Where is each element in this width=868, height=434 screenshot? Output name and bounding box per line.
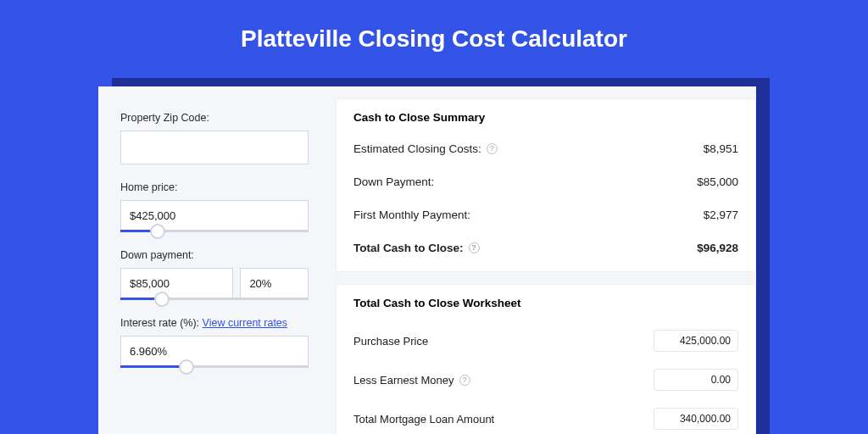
interest-slider[interactable] <box>120 365 309 368</box>
page-title: Platteville Closing Cost Calculator <box>0 0 868 71</box>
field-zip: Property Zip Code: <box>120 112 309 164</box>
summary-row-total: Total Cash to Close: ? $96,928 <box>353 235 738 268</box>
worksheet-row: Total Mortgage Loan Amount <box>353 399 738 434</box>
worksheet-title: Total Cash to Close Worksheet <box>353 297 738 309</box>
interest-input[interactable] <box>120 336 309 366</box>
zip-label: Property Zip Code: <box>120 112 309 124</box>
summary-label: Estimated Closing Costs: <box>353 142 481 155</box>
worksheet-card: Total Cash to Close Worksheet Purchase P… <box>336 284 756 434</box>
field-home-price: Home price: <box>120 181 309 232</box>
worksheet-value-input[interactable] <box>654 369 738 391</box>
slider-thumb-icon[interactable] <box>150 224 165 239</box>
help-icon[interactable]: ? <box>469 242 480 253</box>
view-rates-link[interactable]: View current rates <box>203 317 288 329</box>
summary-label: Down Payment: <box>353 175 434 188</box>
summary-value: $85,000 <box>697 175 738 188</box>
worksheet-value-input[interactable] <box>654 408 738 430</box>
field-down-payment: Down payment: <box>120 249 309 300</box>
summary-row: First Monthly Payment: $2,977 <box>353 202 738 235</box>
summary-label: Total Cash to Close: <box>353 242 464 254</box>
summary-value: $8,951 <box>704 142 738 155</box>
calculator-panel: Property Zip Code: Home price: Down paym… <box>98 86 756 434</box>
help-icon[interactable]: ? <box>487 143 498 154</box>
worksheet-label: Less Earnest Money <box>353 374 454 387</box>
summary-title: Cash to Close Summary <box>353 111 738 124</box>
down-payment-percent-input[interactable] <box>240 268 309 298</box>
help-icon[interactable]: ? <box>459 375 470 386</box>
summary-value: $96,928 <box>697 242 738 254</box>
down-payment-input[interactable] <box>120 268 233 298</box>
summary-label: First Monthly Payment: <box>353 209 470 221</box>
home-price-input[interactable] <box>120 200 309 231</box>
worksheet-row: Less Earnest Money ? <box>353 360 738 399</box>
worksheet-label: Total Mortgage Loan Amount <box>353 413 494 426</box>
worksheet-label: Purchase Price <box>353 335 428 348</box>
sidebar: Property Zip Code: Home price: Down paym… <box>98 86 327 434</box>
worksheet-row: Purchase Price <box>353 321 738 360</box>
down-payment-label: Down payment: <box>120 249 309 261</box>
slider-thumb-icon[interactable] <box>179 359 194 375</box>
summary-value: $2,977 <box>704 209 738 221</box>
home-price-slider[interactable] <box>120 230 309 232</box>
summary-row: Down Payment: $85,000 <box>353 169 738 202</box>
summary-row: Estimated Closing Costs: ? $8,951 <box>353 136 738 169</box>
summary-card: Cash to Close Summary Estimated Closing … <box>336 98 756 272</box>
worksheet-value-input[interactable] <box>654 330 738 352</box>
interest-label: Interest rate (%): View current rates <box>120 317 309 329</box>
main-column: Cash to Close Summary Estimated Closing … <box>327 86 756 434</box>
home-price-label: Home price: <box>120 181 309 193</box>
zip-input[interactable] <box>120 131 309 164</box>
field-interest: Interest rate (%): View current rates <box>120 317 309 368</box>
slider-thumb-icon[interactable] <box>154 292 170 307</box>
down-payment-slider[interactable] <box>120 298 309 300</box>
